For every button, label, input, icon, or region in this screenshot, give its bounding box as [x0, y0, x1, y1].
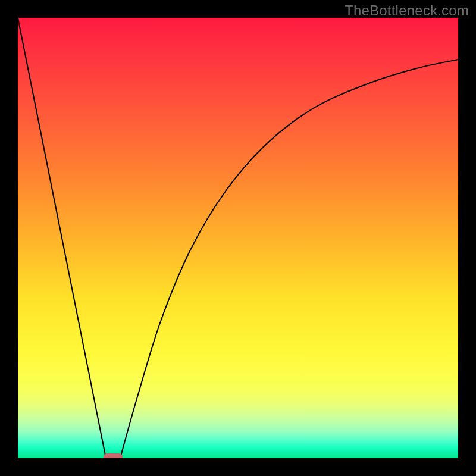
curve-right-branch — [120, 60, 458, 458]
optimum-marker — [104, 453, 123, 458]
curve-left-branch — [18, 18, 106, 458]
bottleneck-curve — [18, 18, 458, 458]
watermark-text: TheBottleneck.com — [345, 2, 469, 19]
plot-area — [18, 18, 458, 458]
